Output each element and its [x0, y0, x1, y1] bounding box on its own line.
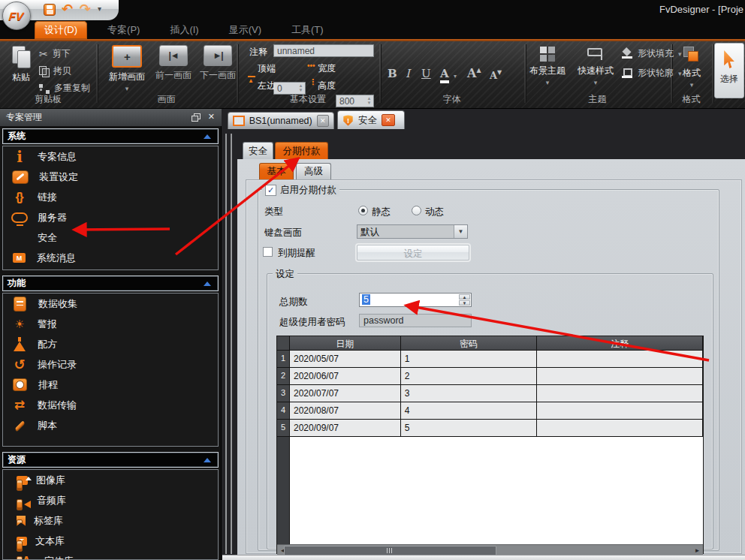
close-tab-icon[interactable]: ✕ — [382, 114, 395, 126]
scene-theme-button[interactable]: 布景主题 ▾ — [526, 47, 569, 85]
table-cell[interactable] — [537, 385, 703, 402]
bold-button[interactable]: B — [388, 67, 397, 80]
sidebar-item-text-library[interactable]: 文本库 — [3, 531, 218, 551]
shape-outline-button[interactable]: 形状轮廓 ▾ — [622, 67, 682, 80]
chevron-down-icon[interactable]: ▼ — [454, 225, 467, 238]
table-cell[interactable]: 2020/07/07 — [290, 385, 401, 402]
app-logo[interactable]: FV — [2, 2, 31, 30]
sidebar-section-function[interactable]: 功能 — [2, 275, 219, 291]
splitter-handle[interactable] — [225, 134, 227, 554]
close-tab-icon[interactable]: ✕ — [317, 115, 329, 127]
sidebar-item-alarm[interactable]: 警报 — [3, 314, 218, 334]
chevron-down-icon[interactable]: ▾ — [454, 73, 457, 80]
enable-installment-checkbox[interactable]: ✓ — [265, 185, 276, 196]
qat-more-icon[interactable]: ▾ — [98, 5, 101, 13]
redo-icon[interactable]: ↷ — [80, 1, 91, 17]
sidebar-item-data-collection[interactable]: 数据收集 — [3, 294, 218, 314]
table-cell[interactable]: 1 — [401, 351, 538, 368]
sidebar-section-system[interactable]: 系统 — [2, 128, 219, 144]
tab-security[interactable]: 安全 — [243, 142, 273, 159]
table-cell[interactable]: 4 — [401, 402, 538, 420]
tab-basic[interactable]: 基本 — [259, 163, 294, 179]
table-row[interactable]: 42020/08/074 — [277, 402, 703, 420]
doc-tab-bs1[interactable]: BS1(unnamed) ✕ — [228, 112, 334, 129]
shrink-font-button[interactable]: A▼ — [490, 68, 502, 81]
table-cell[interactable]: 2020/08/07 — [290, 402, 401, 420]
cut-button[interactable]: ✂ 剪下 — [39, 47, 71, 60]
security-icon — [10, 229, 29, 247]
grow-font-button[interactable]: A▲ — [467, 66, 481, 80]
sidebar-section-resource[interactable]: 资源 — [2, 452, 219, 468]
paste-button[interactable]: 粘贴 — [5, 46, 38, 84]
keyboard-screen-select[interactable]: 默认▼ — [357, 224, 468, 239]
table-cell[interactable]: 2 — [401, 368, 538, 385]
sidebar-item-audio-library[interactable]: 音频库 — [3, 490, 218, 510]
table-row[interactable]: 12020/05/071 — [277, 351, 703, 368]
underline-button[interactable]: U — [421, 67, 431, 80]
sidebar-item-operation-log[interactable]: 操作记录 — [3, 354, 218, 375]
sidebar-item-script[interactable]: 脚本 — [3, 415, 218, 435]
table-row[interactable]: 22020/06/072 — [277, 368, 703, 385]
font-color-button[interactable]: A — [440, 67, 449, 83]
due-reminder-checkbox[interactable] — [263, 247, 273, 257]
table-cell[interactable] — [537, 368, 703, 385]
new-screen-button[interactable]: + 新增画面 ▾ — [104, 45, 150, 91]
sidebar-item-system-message[interactable]: 系统消息 — [3, 248, 218, 268]
sidebar-item-server[interactable]: 服务器 — [3, 207, 218, 227]
reminder-set-button[interactable]: 设定 — [357, 245, 469, 260]
ribbon-tab-view[interactable]: 显示(V) — [219, 21, 271, 39]
scroll-right-icon[interactable]: ► — [692, 545, 703, 555]
ribbon-tab-design[interactable]: 设计(D) — [35, 21, 87, 39]
select-tool-button[interactable]: 选择 — [714, 43, 744, 98]
table-cell[interactable]: 3 — [401, 385, 538, 402]
table-cell[interactable]: 2020/05/07 — [290, 351, 401, 368]
ribbon-tab-tools[interactable]: 工具(T) — [282, 21, 333, 39]
table-cell[interactable] — [537, 351, 703, 368]
sidebar-item-label: 安全 — [38, 231, 57, 245]
sidebar-item-device-settings[interactable]: 装置设定 — [3, 167, 218, 187]
sidebar-item-link[interactable]: 链接 — [3, 187, 218, 207]
sidebar-item-data-transfer[interactable]: 数据传输 — [3, 395, 218, 415]
ribbon-tab-insert[interactable]: 插入(I) — [160, 21, 208, 39]
sidebar-item-label: 专案信息 — [38, 150, 77, 164]
table-cell[interactable] — [537, 402, 703, 420]
tab-advanced[interactable]: 高级 — [296, 163, 331, 179]
table-cell[interactable]: 5 — [401, 420, 538, 437]
sidebar-item-image-library[interactable]: 图像库 — [3, 470, 218, 490]
ribbon-tab-project[interactable]: 专案(P) — [98, 21, 149, 39]
table-cell[interactable]: 2020/06/07 — [290, 368, 401, 385]
spinner-buttons[interactable]: ▲▼ — [459, 294, 470, 306]
total-periods-spinner[interactable]: 5 ▲▼ — [359, 293, 472, 307]
sidebar-item-font-library[interactable]: 字体库 — [3, 551, 218, 560]
keyboard-screen-label: 键盘画面 — [264, 227, 302, 239]
sidebar-item-tag-library[interactable]: 标签库 — [3, 510, 218, 531]
italic-button[interactable]: I — [406, 67, 410, 80]
screen-icon — [233, 116, 245, 126]
shape-fill-button[interactable]: 形状填充 ▾ — [622, 47, 682, 60]
save-icon[interactable] — [44, 4, 56, 16]
super-password-field[interactable]: password — [359, 314, 472, 327]
table-row[interactable]: 52020/09/075 — [277, 420, 703, 437]
sidebar-item-schedule[interactable]: 排程 — [3, 375, 218, 395]
sidebar-item-recipe[interactable]: 配方 — [3, 334, 218, 354]
prev-screen-button[interactable]: |◄ 前一画面 — [152, 45, 195, 82]
next-screen-button[interactable]: ►| 下一画面 — [197, 45, 239, 82]
splitter-handle[interactable] — [231, 134, 232, 554]
tab-installment[interactable]: 分期付款 — [275, 142, 328, 159]
doc-tab-security[interactable]: 安全 ✕ — [337, 110, 405, 129]
table-cell[interactable] — [537, 420, 703, 437]
radio-static[interactable] — [358, 206, 368, 215]
format-button[interactable]: 格式 ▾ — [674, 46, 709, 87]
undo-icon[interactable]: ↶ — [62, 1, 73, 17]
sidebar-item-project-info[interactable]: 专案信息 — [3, 146, 218, 167]
radio-dynamic[interactable] — [412, 206, 421, 215]
quick-style-button[interactable]: 快速样式 ▾ — [571, 47, 620, 85]
comment-field[interactable]: unnamed — [273, 44, 374, 57]
table-row[interactable]: 32020/07/073 — [277, 385, 703, 402]
float-panel-icon[interactable] — [192, 113, 200, 121]
copy-button[interactable]: 拷贝 — [39, 65, 71, 77]
table-horizontal-scrollbar[interactable]: ◄ ► — [277, 544, 703, 555]
close-panel-icon[interactable]: ✕ — [208, 112, 215, 122]
table-cell[interactable]: 2020/09/07 — [290, 420, 401, 437]
sidebar-item-security[interactable]: 安全 — [3, 227, 218, 248]
